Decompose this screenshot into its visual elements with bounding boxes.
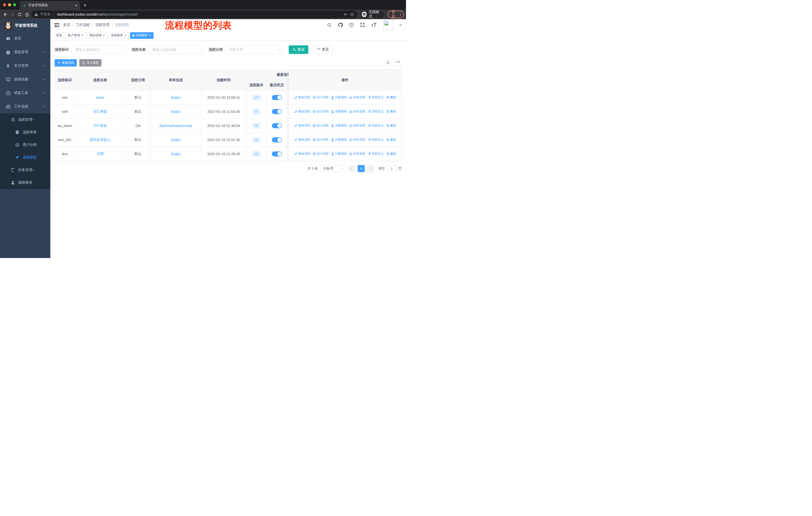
next-page-button[interactable] (367, 165, 374, 172)
action-publish-link[interactable]: 发布流程 (349, 152, 366, 156)
collapse-sidebar-icon[interactable] (54, 23, 59, 27)
action-definition-link[interactable]: 流程定义 (368, 95, 384, 100)
action-delete-link[interactable]: 删除 (386, 152, 396, 156)
bookmark-star-icon[interactable] (350, 12, 354, 17)
action-assign-user-link[interactable]: 分配规则 (331, 138, 347, 142)
action-publish-link[interactable]: 发布流程 (349, 138, 366, 142)
minimize-window-button[interactable] (8, 3, 11, 6)
sidebar-item-devtools[interactable]: 研发工具 (0, 86, 50, 100)
forward-icon[interactable] (9, 11, 16, 18)
form-info-link[interactable]: /bpm/oa/leave/create (159, 124, 192, 128)
sidebar-item-infra[interactable]: 基础设施 (0, 73, 50, 86)
browser-tab[interactable]: 芋道管理系统 ✕ (20, 1, 80, 9)
action-assign-user-link[interactable]: 分配规则 (331, 152, 347, 156)
reset-button[interactable]: 重置 (313, 45, 333, 54)
action-definition-link[interactable]: 流程定义 (368, 138, 384, 142)
tab-close-icon[interactable]: ✕ (75, 3, 78, 7)
tag-process-model[interactable]: 流程模型✕ (130, 32, 153, 39)
tag-process-form[interactable]: 流程表单✕ (109, 32, 128, 39)
action-publish-link[interactable]: 发布流程 (349, 124, 366, 128)
action-design-link[interactable]: 设计流程 (313, 124, 329, 128)
home-icon[interactable] (24, 11, 30, 18)
tag-tenant[interactable]: 租户管理✕ (66, 32, 86, 39)
close-icon[interactable]: ✕ (81, 34, 84, 37)
close-icon[interactable]: ✕ (103, 34, 105, 37)
active-toggle[interactable] (272, 109, 282, 114)
sidebar-item-process-form[interactable]: 流程表单 (0, 126, 50, 139)
active-toggle[interactable] (272, 123, 282, 128)
github-icon[interactable] (338, 22, 343, 27)
close-icon[interactable]: ✕ (149, 34, 151, 37)
action-publish-link[interactable]: 发布流程 (349, 109, 366, 114)
action-definition-link[interactable]: 流程定义 (368, 124, 384, 128)
update-button[interactable]: 更新 (388, 10, 404, 18)
action-delete-link[interactable]: 删除 (386, 95, 396, 100)
prev-page-button[interactable] (348, 165, 355, 172)
reload-icon[interactable] (17, 11, 23, 18)
model-name-link[interactable]: 测试多审批人 (90, 138, 111, 142)
fullscreen-icon[interactable] (360, 22, 365, 27)
sidebar-item-leave-query[interactable]: 请假查询 (0, 176, 50, 189)
form-info-link[interactable]: biubiu (171, 138, 180, 142)
sidebar-item-user-group[interactable]: 用户分组 (0, 139, 50, 151)
sidebar-item-payment[interactable]: ¥ 支付管理 (0, 59, 50, 73)
sidebar-item-home[interactable]: 首页 (0, 32, 50, 45)
filter-key-input[interactable] (72, 45, 125, 54)
form-info-link[interactable]: biubiu (171, 96, 180, 100)
page-size-select[interactable]: 10条/页 (320, 165, 346, 172)
breadcrumb-workflow[interactable]: 工作流程 (76, 23, 90, 27)
sidebar-item-process-mgmt[interactable]: 流程管理 (0, 113, 50, 126)
zoom-window-button[interactable] (13, 3, 16, 6)
model-name-link[interactable]: 滔博 (97, 152, 104, 156)
model-name-link[interactable]: 自己审批 (93, 109, 107, 113)
chevron-down-icon[interactable] (399, 24, 402, 26)
show-search-button[interactable] (384, 59, 392, 66)
sidebar-item-workflow[interactable]: 工作流程 (0, 100, 50, 113)
form-info-link[interactable]: biubiu (171, 110, 180, 114)
action-edit-link[interactable]: 修改流程 (294, 109, 310, 114)
tag-home[interactable]: 首页 (54, 32, 64, 39)
form-info-link[interactable]: biubiu (171, 152, 180, 156)
action-assign-user-link[interactable]: 分配规则 (331, 124, 347, 128)
create-process-button[interactable]: 新建流程 (55, 59, 77, 66)
action-definition-link[interactable]: 流程定义 (368, 109, 384, 114)
traffic-lights[interactable] (0, 0, 20, 9)
model-name-link[interactable]: OA 请假 (94, 124, 107, 128)
url-field[interactable]: 不安全 dashboard.yudao.iocoder.cn/bpm/manag… (31, 10, 357, 18)
action-assign-user-link[interactable]: 分配规则 (331, 109, 347, 114)
active-toggle[interactable] (272, 152, 282, 157)
close-icon[interactable]: ✕ (124, 34, 126, 37)
search-icon[interactable] (327, 23, 332, 27)
filter-category-select[interactable]: 流程分类 (226, 45, 284, 54)
key-icon[interactable] (343, 12, 348, 17)
action-edit-link[interactable]: 修改流程 (294, 124, 310, 128)
tag-my-process[interactable]: 我的流程✕ (87, 32, 107, 39)
browser-menu-icon[interactable] (400, 13, 401, 16)
sidebar-item-system[interactable]: 系统管理 (0, 45, 50, 59)
font-size-icon[interactable] (371, 23, 377, 27)
action-design-link[interactable]: 设计流程 (313, 152, 329, 156)
refresh-table-button[interactable] (394, 59, 402, 66)
action-edit-link[interactable]: 修改流程 (294, 95, 310, 100)
new-tab-button[interactable]: + (84, 2, 87, 8)
action-delete-link[interactable]: 删除 (386, 109, 396, 114)
help-icon[interactable] (349, 22, 354, 27)
breadcrumb-home[interactable]: 首页 (63, 23, 70, 27)
active-toggle[interactable] (272, 137, 282, 142)
model-name-link[interactable]: eeee (96, 96, 104, 100)
current-page[interactable]: 1 (358, 165, 365, 172)
import-process-button[interactable]: 导入流程 (79, 59, 102, 66)
action-delete-link[interactable]: 删除 (386, 124, 396, 128)
search-button[interactable]: 搜索 (289, 45, 308, 54)
back-icon[interactable] (2, 11, 8, 18)
action-design-link[interactable]: 设计流程 (313, 138, 329, 142)
active-toggle[interactable] (272, 95, 282, 100)
action-publish-link[interactable]: 发布流程 (349, 95, 366, 100)
action-design-link[interactable]: 设计流程 (313, 109, 329, 114)
action-design-link[interactable]: 设计流程 (313, 95, 329, 100)
action-delete-link[interactable]: 删除 (386, 138, 396, 142)
sidebar-item-task-mgmt[interactable]: 任务管理 (0, 164, 50, 176)
sidebar-item-process-model[interactable]: 流程模型 (0, 151, 50, 164)
goto-page-input[interactable] (386, 165, 397, 172)
action-definition-link[interactable]: 流程定义 (368, 152, 384, 156)
